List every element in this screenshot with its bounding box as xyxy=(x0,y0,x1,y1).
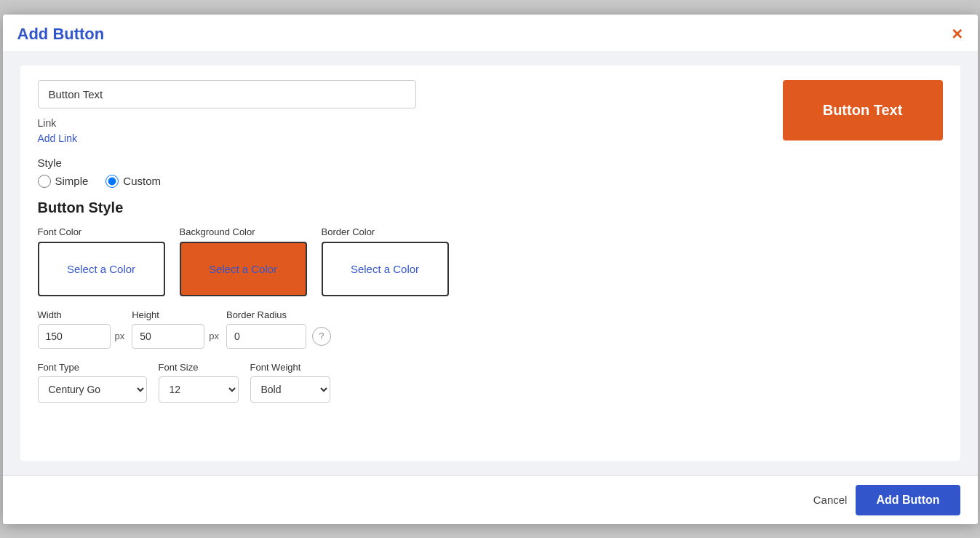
button-text-input[interactable] xyxy=(38,80,416,108)
height-group: Height px xyxy=(132,309,219,349)
border-radius-group: Border Radius ? xyxy=(226,309,331,349)
border-color-label: Border Color xyxy=(322,226,449,237)
font-weight-label: Font Weight xyxy=(250,362,330,373)
font-weight-group: Font Weight Bold xyxy=(250,362,330,403)
close-button[interactable]: ✕ xyxy=(951,27,963,41)
border-radius-input[interactable] xyxy=(226,324,306,349)
style-label: Style xyxy=(38,157,943,169)
radio-option-simple[interactable]: Simple xyxy=(38,175,89,188)
button-style-title: Button Style xyxy=(38,199,943,216)
height-unit: px xyxy=(209,331,219,341)
dialog-wrapper: Add Button ✕ Link Add Link Button Text xyxy=(0,0,980,538)
font-type-select[interactable]: Century Go xyxy=(38,376,147,403)
border-color-button[interactable]: Select a Color xyxy=(322,242,449,296)
dialog-title: Add Button xyxy=(17,25,105,44)
preview-area: Button Text xyxy=(783,80,943,141)
dimensions-row: Width px Height px Bor xyxy=(38,309,943,349)
font-color-label: Font Color xyxy=(38,226,165,237)
radio-simple-label: Simple xyxy=(55,175,89,187)
font-size-label: Font Size xyxy=(159,362,239,373)
height-input[interactable] xyxy=(132,324,204,349)
radio-simple[interactable] xyxy=(38,175,51,188)
bg-color-label: Background Color xyxy=(180,226,307,237)
left-inputs: Link Add Link xyxy=(38,80,768,145)
border-radius-label: Border Radius xyxy=(226,309,331,320)
preview-button: Button Text xyxy=(783,80,943,141)
help-icon-label: ? xyxy=(319,331,324,341)
font-color-button[interactable]: Select a Color xyxy=(38,242,165,296)
font-weight-select[interactable]: Bold xyxy=(250,376,330,403)
top-section: Link Add Link Button Text xyxy=(38,80,943,145)
width-input-row: px xyxy=(38,324,125,349)
font-row: Font Type Century Go Font Size 12 Font W… xyxy=(38,362,943,403)
font-size-group: Font Size 12 xyxy=(159,362,239,403)
help-icon[interactable]: ? xyxy=(312,327,331,346)
radio-group: Simple Custom xyxy=(38,175,943,188)
border-radius-row: ? xyxy=(226,324,331,349)
font-type-label: Font Type xyxy=(38,362,147,373)
font-type-group: Font Type Century Go xyxy=(38,362,147,403)
dialog-body: Link Add Link Button Text Style Simple xyxy=(3,51,978,475)
height-label: Height xyxy=(132,309,219,320)
width-unit: px xyxy=(115,331,125,341)
cancel-button[interactable]: Cancel xyxy=(813,494,848,506)
width-input[interactable] xyxy=(38,324,111,349)
dialog-footer: Cancel Add Button xyxy=(3,475,978,524)
font-size-select[interactable]: 12 xyxy=(159,376,239,403)
bg-color-group: Background Color Select a Color xyxy=(180,226,307,296)
link-label: Link xyxy=(38,117,768,129)
add-button-dialog: Add Button ✕ Link Add Link Button Text xyxy=(3,15,978,524)
radio-option-custom[interactable]: Custom xyxy=(105,175,161,188)
font-color-group: Font Color Select a Color xyxy=(38,226,165,296)
width-group: Width px xyxy=(38,309,125,349)
height-input-row: px xyxy=(132,324,219,349)
radio-custom[interactable] xyxy=(105,175,119,188)
border-color-group: Border Color Select a Color xyxy=(322,226,449,296)
add-button-button[interactable]: Add Button xyxy=(856,485,960,515)
dialog-header: Add Button ✕ xyxy=(3,15,978,51)
color-row: Font Color Select a Color Background Col… xyxy=(38,226,943,296)
style-section: Style Simple Custom xyxy=(38,157,943,188)
body-content: Link Add Link Button Text Style Simple xyxy=(20,66,960,461)
bg-color-button[interactable]: Select a Color xyxy=(180,242,307,296)
width-label: Width xyxy=(38,309,125,320)
radio-custom-label: Custom xyxy=(123,175,161,187)
add-link-button[interactable]: Add Link xyxy=(38,132,77,144)
